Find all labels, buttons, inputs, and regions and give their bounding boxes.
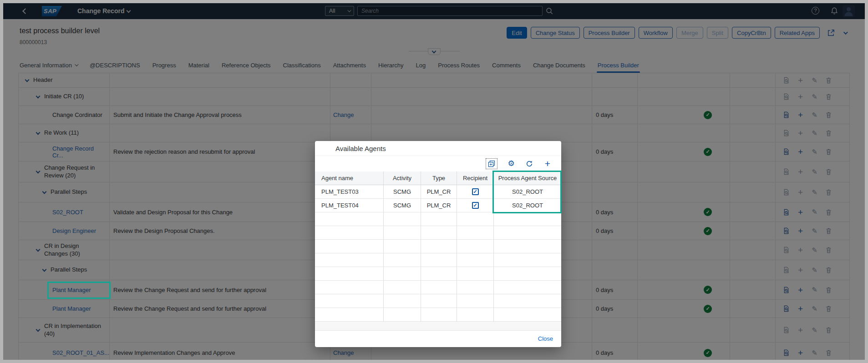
agents-table-empty-row xyxy=(315,240,561,253)
agent-activity: SCMG xyxy=(384,185,421,199)
column-header[interactable]: Type xyxy=(421,171,457,185)
process-agent-source: S02_ROOT xyxy=(494,185,561,199)
available-agents-dialog: Available Agents ⚙ + Agent name Activity… xyxy=(315,141,561,347)
column-header[interactable]: Recipient xyxy=(457,171,494,185)
application-window: SAP Change Record All ? test process bui… xyxy=(3,3,865,360)
settings-gear-icon[interactable]: ⚙ xyxy=(507,159,516,168)
agents-table-empty-row xyxy=(315,267,561,281)
refresh-icon[interactable] xyxy=(525,159,534,168)
agents-table-header: Agent name Activity Type Recipient Proce… xyxy=(315,171,561,185)
table-growing-area xyxy=(315,322,561,331)
agent-type: PLM_CR xyxy=(421,199,457,212)
agents-table-empty-row xyxy=(315,253,561,267)
dialog-toolbar: ⚙ + xyxy=(315,156,561,171)
agents-table-empty-row xyxy=(315,281,561,294)
agent-activity: SCMG xyxy=(384,199,421,212)
recipient-checkbox[interactable]: ✓ xyxy=(472,188,479,195)
recipient-checkbox[interactable]: ✓ xyxy=(472,202,479,209)
dialog-title: Available Agents xyxy=(315,141,561,156)
agents-table-row[interactable]: PLM_TEST03 SCMG PLM_CR ✓ S02_ROOT xyxy=(315,185,561,199)
agents-table-empty-row xyxy=(315,294,561,308)
column-header[interactable]: Agent name xyxy=(315,171,384,185)
process-agent-source: S02_ROOT xyxy=(494,199,561,212)
agent-name: PLM_TEST03 xyxy=(315,185,384,199)
dialog-footer: Close xyxy=(315,331,561,347)
close-button[interactable]: Close xyxy=(538,335,553,342)
agents-table-empty-row xyxy=(315,212,561,226)
agents-table-empty-row xyxy=(315,226,561,240)
column-header[interactable]: Activity xyxy=(384,171,421,185)
agents-table-row[interactable]: PLM_TEST04 SCMG PLM_CR ✓ S02_ROOT xyxy=(315,199,561,212)
agents-table-empty-row xyxy=(315,308,561,322)
column-header[interactable]: Process Agent Source xyxy=(494,171,561,185)
agent-type: PLM_CR xyxy=(421,185,457,199)
copy-icon[interactable] xyxy=(486,158,497,169)
agent-name: PLM_TEST04 xyxy=(315,199,384,212)
add-agent-icon[interactable]: + xyxy=(543,159,552,168)
